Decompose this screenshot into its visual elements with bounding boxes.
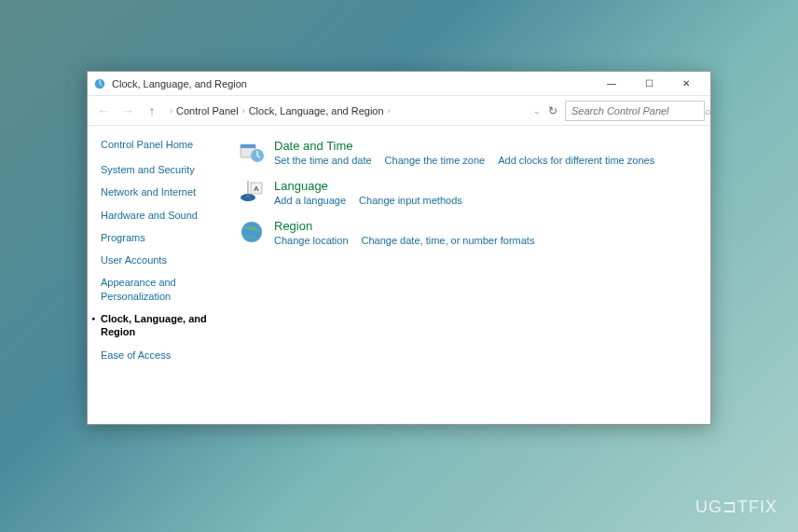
category-language: A Language Add a language Change input m… xyxy=(239,179,699,206)
link-add-clocks[interactable]: Add clocks for different time zones xyxy=(498,155,654,166)
sidebar: Control Panel Home System and Security N… xyxy=(88,126,227,424)
control-panel-window: Clock, Language, and Region — ☐ ✕ ← → ↑ … xyxy=(87,71,711,425)
window-title: Clock, Language, and Region xyxy=(112,78,593,89)
language-icon: A xyxy=(239,179,265,205)
maximize-button[interactable]: ☐ xyxy=(630,75,667,93)
svg-rect-2 xyxy=(241,144,255,148)
sidebar-home-link[interactable]: Control Panel Home xyxy=(101,139,220,150)
link-change-formats[interactable]: Change date, time, or number formats xyxy=(362,235,535,246)
chevron-right-icon: › xyxy=(388,106,391,116)
category-title[interactable]: Language xyxy=(274,179,699,193)
region-icon xyxy=(239,219,265,245)
sidebar-item-user-accounts[interactable]: User Accounts xyxy=(101,253,220,266)
search-input[interactable] xyxy=(571,105,701,116)
category-links: Set the time and date Change the time zo… xyxy=(274,155,699,166)
chevron-down-icon[interactable]: ⌄ xyxy=(533,106,541,116)
sidebar-item-system-security[interactable]: System and Security xyxy=(101,163,220,176)
category-title[interactable]: Region xyxy=(274,219,699,233)
up-button[interactable]: ↑ xyxy=(142,101,162,121)
link-change-location[interactable]: Change location xyxy=(274,235,349,246)
category-body: Date and Time Set the time and date Chan… xyxy=(274,139,699,166)
sidebar-item-hardware-sound[interactable]: Hardware and Sound xyxy=(101,209,220,222)
breadcrumb[interactable]: › Control Panel › Clock, Language, and R… xyxy=(170,105,530,116)
category-links: Add a language Change input methods xyxy=(274,195,699,206)
category-body: Region Change location Change date, time… xyxy=(274,219,699,246)
link-change-input[interactable]: Change input methods xyxy=(359,195,462,206)
category-region: Region Change location Change date, time… xyxy=(239,219,699,246)
window-controls: — ☐ ✕ xyxy=(593,75,705,93)
close-button[interactable]: ✕ xyxy=(667,75,705,93)
sidebar-item-network-internet[interactable]: Network and Internet xyxy=(101,185,220,198)
clock-region-icon xyxy=(93,77,106,90)
link-change-timezone[interactable]: Change the time zone xyxy=(385,155,486,166)
forward-button[interactable]: → xyxy=(117,101,138,121)
content-area: Control Panel Home System and Security N… xyxy=(88,126,710,424)
category-title[interactable]: Date and Time xyxy=(274,139,699,153)
navbar: ← → ↑ › Control Panel › Clock, Language,… xyxy=(88,96,710,126)
refresh-button[interactable]: ↻ xyxy=(548,104,557,117)
sidebar-item-clock-language-region[interactable]: Clock, Language, and Region xyxy=(101,312,220,339)
search-icon: ⌕ xyxy=(705,105,711,116)
date-time-icon xyxy=(239,139,265,165)
link-add-language[interactable]: Add a language xyxy=(274,195,346,206)
titlebar: Clock, Language, and Region — ☐ ✕ xyxy=(88,72,710,96)
link-set-time[interactable]: Set the time and date xyxy=(274,155,372,166)
breadcrumb-item[interactable]: Clock, Language, and Region xyxy=(249,105,384,116)
main-panel: Date and Time Set the time and date Chan… xyxy=(227,126,710,424)
svg-point-7 xyxy=(241,222,262,242)
category-body: Language Add a language Change input met… xyxy=(274,179,699,206)
chevron-right-icon: › xyxy=(170,106,172,116)
sidebar-item-appearance[interactable]: Appearance and Personalization xyxy=(101,276,220,303)
category-date-time: Date and Time Set the time and date Chan… xyxy=(239,139,699,166)
category-links: Change location Change date, time, or nu… xyxy=(274,235,699,246)
chevron-right-icon: › xyxy=(242,106,245,116)
search-box[interactable]: ⌕ xyxy=(565,101,705,121)
watermark: UG⊐TFIX xyxy=(695,497,777,517)
breadcrumb-item[interactable]: Control Panel xyxy=(176,105,239,116)
minimize-button[interactable]: — xyxy=(593,75,630,93)
back-button[interactable]: ← xyxy=(93,101,114,121)
sidebar-item-programs[interactable]: Programs xyxy=(101,231,220,244)
svg-text:A: A xyxy=(254,184,259,193)
nav-right: ⌄ ↻ ⌕ xyxy=(533,101,705,121)
sidebar-item-ease-of-access[interactable]: Ease of Access xyxy=(101,348,220,361)
